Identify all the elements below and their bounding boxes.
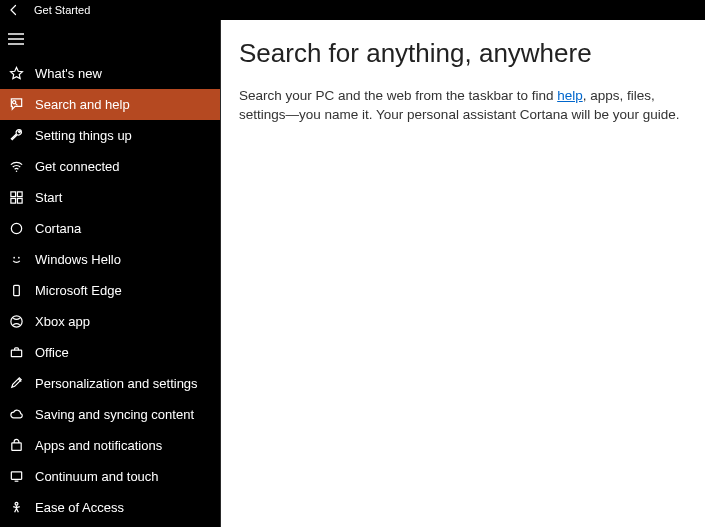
sidebar-item-cortana[interactable]: Cortana [0, 213, 220, 244]
hamburger-button[interactable] [0, 20, 220, 58]
svg-point-14 [10, 316, 21, 327]
svg-rect-9 [17, 198, 22, 203]
sidebar-item-setting-up[interactable]: Setting things up [0, 120, 220, 151]
sidebar-item-saving-syncing[interactable]: Saving and syncing content [0, 399, 220, 430]
page-paragraph: Search your PC and the web from the task… [239, 87, 687, 125]
store-icon [8, 438, 24, 454]
paint-icon [8, 376, 24, 392]
svg-rect-18 [11, 472, 21, 480]
sidebar-item-label: Setting things up [35, 128, 132, 143]
tablet-icon [8, 469, 24, 485]
search-chat-icon [8, 97, 24, 113]
svg-point-20 [15, 502, 18, 505]
svg-rect-17 [11, 443, 20, 451]
sidebar-item-personalization[interactable]: Personalization and settings [0, 368, 220, 399]
svg-point-3 [12, 101, 15, 104]
sidebar: What's new Search and help Setting thing… [0, 20, 221, 527]
back-button[interactable] [6, 2, 22, 18]
sidebar-item-label: Ease of Access [35, 500, 124, 515]
sidebar-item-office[interactable]: Office [0, 337, 220, 368]
svg-point-10 [11, 223, 21, 233]
svg-rect-7 [17, 192, 22, 197]
cortana-icon [8, 221, 24, 237]
sidebar-item-label: Xbox app [35, 314, 90, 329]
xbox-icon [8, 314, 24, 330]
sidebar-item-apps-notifications[interactable]: Apps and notifications [0, 430, 220, 461]
nav-list: What's new Search and help Setting thing… [0, 58, 220, 523]
sidebar-item-search-help[interactable]: Search and help [0, 89, 220, 120]
sidebar-item-label: Saving and syncing content [35, 407, 194, 422]
sidebar-item-label: Personalization and settings [35, 376, 198, 391]
edge-icon [8, 283, 24, 299]
sidebar-item-label: Windows Hello [35, 252, 121, 267]
sidebar-item-get-connected[interactable]: Get connected [0, 151, 220, 182]
briefcase-icon [8, 345, 24, 361]
wrench-icon [8, 128, 24, 144]
sidebar-item-label: Apps and notifications [35, 438, 162, 453]
sidebar-item-xbox[interactable]: Xbox app [0, 306, 220, 337]
sidebar-item-label: Get connected [35, 159, 120, 174]
svg-rect-13 [13, 285, 19, 295]
paragraph-pre: Search your PC and the web from the task… [239, 88, 557, 103]
star-icon [8, 66, 24, 82]
svg-point-12 [18, 257, 20, 259]
accessibility-icon [8, 500, 24, 516]
sidebar-item-ease-access[interactable]: Ease of Access [0, 492, 220, 523]
svg-rect-15 [11, 350, 21, 357]
sidebar-item-windows-hello[interactable]: Windows Hello [0, 244, 220, 275]
titlebar: Get Started [0, 0, 705, 20]
sidebar-item-edge[interactable]: Microsoft Edge [0, 275, 220, 306]
sidebar-item-label: Microsoft Edge [35, 283, 122, 298]
titlebar-title: Get Started [34, 4, 90, 16]
page-heading: Search for anything, anywhere [239, 38, 687, 69]
svg-point-11 [13, 257, 15, 259]
help-link[interactable]: help [557, 88, 583, 103]
svg-point-5 [15, 170, 17, 172]
sidebar-item-whats-new[interactable]: What's new [0, 58, 220, 89]
sidebar-item-label: Continuum and touch [35, 469, 159, 484]
sidebar-item-label: Cortana [35, 221, 81, 236]
sidebar-item-label: Search and help [35, 97, 130, 112]
svg-rect-8 [10, 198, 15, 203]
sidebar-item-start[interactable]: Start [0, 182, 220, 213]
cloud-icon [8, 407, 24, 423]
windows-icon [8, 190, 24, 206]
wifi-icon [8, 159, 24, 175]
smile-icon [8, 252, 24, 268]
sidebar-item-label: Start [35, 190, 62, 205]
content-pane: Search for anything, anywhere Search you… [221, 20, 705, 527]
sidebar-item-label: Office [35, 345, 69, 360]
svg-line-4 [15, 103, 17, 105]
sidebar-item-label: What's new [35, 66, 102, 81]
sidebar-item-continuum[interactable]: Continuum and touch [0, 461, 220, 492]
svg-rect-6 [10, 192, 15, 197]
